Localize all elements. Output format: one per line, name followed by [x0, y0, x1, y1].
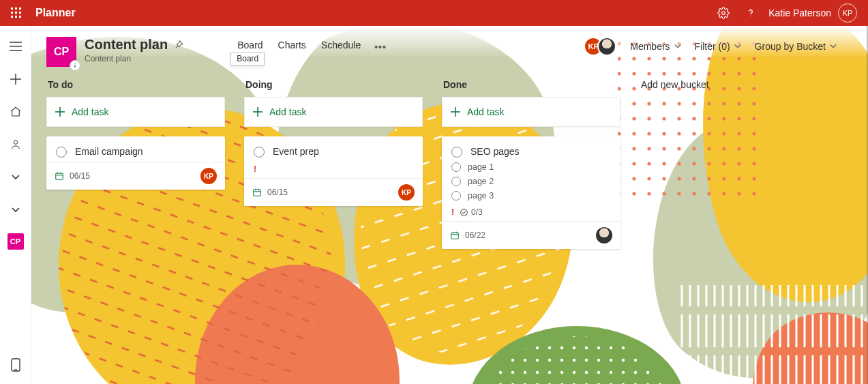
plan-tile[interactable]: CP	[46, 37, 76, 67]
checklist-progress: 0/3	[460, 207, 483, 217]
hub-icon[interactable]	[0, 102, 31, 121]
svg-rect-0	[11, 8, 13, 10]
members-label: Members	[630, 41, 670, 52]
due-date: 06/15	[70, 171, 90, 181]
svg-rect-48	[451, 233, 459, 239]
svg-rect-5	[19, 12, 21, 14]
checklist-item[interactable]: page 3	[451, 190, 611, 201]
tab-charts[interactable]: Charts	[277, 40, 308, 55]
chevron-down-icon	[674, 43, 681, 50]
user-avatar: KP	[838, 3, 857, 23]
my-tasks-icon[interactable]	[0, 135, 31, 154]
add-task-button[interactable]: Add task	[244, 97, 423, 127]
user-menu[interactable]: Katie Paterson KP	[764, 3, 861, 23]
app-name[interactable]: Planner	[35, 7, 76, 19]
plan-subtitle: Content plan	[85, 54, 184, 63]
add-task-button[interactable]: Add task	[442, 97, 620, 127]
svg-rect-2	[19, 8, 21, 10]
bucket-doing: Doing Add task Event prep !	[244, 75, 423, 206]
svg-point-9	[722, 12, 725, 15]
chevron-down-icon	[830, 43, 837, 50]
mobile-icon[interactable]	[0, 355, 31, 374]
task-footer: 06/15 KP	[46, 162, 225, 190]
filter-dropdown[interactable]: Filter (0)	[695, 41, 741, 52]
svg-point-16	[14, 141, 17, 144]
board: To do Add task Email campaign	[31, 70, 868, 384]
checklist-toggle[interactable]	[451, 191, 461, 201]
priority-flag: !	[254, 164, 413, 174]
svg-rect-35	[56, 173, 63, 179]
svg-rect-6	[11, 16, 13, 18]
task-footer: 06/15 KP	[244, 178, 423, 206]
plan-title: Content plan	[85, 37, 168, 53]
checklist: page 1 page 2 page 3	[451, 162, 611, 201]
assignee-avatar[interactable]: KP	[398, 184, 415, 201]
task-footer: 06/22	[442, 221, 620, 249]
checklist-toggle[interactable]	[451, 177, 461, 186]
svg-point-10	[751, 16, 751, 16]
chevron-down-icon	[734, 43, 741, 50]
plus-icon	[55, 107, 65, 117]
filter-label: Filter (0)	[695, 41, 730, 52]
tab-tooltip: Board	[230, 52, 265, 65]
plan-tile-nav[interactable]: CP	[8, 233, 24, 250]
svg-rect-17	[12, 359, 20, 371]
priority-flag: ! 0/3	[451, 207, 611, 217]
task-card[interactable]: SEO pages page 1 page 2 page 3 ! 0/3	[442, 136, 620, 249]
more-views-icon[interactable]: •••	[374, 42, 387, 53]
due-date: 06/22	[465, 231, 485, 240]
due-date: 06/15	[267, 188, 288, 197]
bucket-title[interactable]: To do	[48, 79, 224, 90]
user-name: Katie Paterson	[768, 8, 831, 18]
expand-section-2-icon[interactable]	[0, 201, 31, 220]
task-title: SEO pages	[470, 146, 520, 157]
bucket-todo: To do Add task Email campaign	[46, 75, 225, 190]
tab-schedule[interactable]: Schedule	[320, 40, 362, 55]
svg-rect-3	[11, 12, 13, 14]
add-task-label: Add task	[467, 106, 504, 117]
plan-header: CP Content plan Content plan Board Chart…	[31, 26, 868, 70]
plus-icon	[253, 107, 263, 117]
checklist-item[interactable]: page 1	[451, 162, 611, 172]
svg-rect-4	[15, 12, 17, 14]
expand-section-1-icon[interactable]	[0, 168, 31, 187]
groupby-dropdown[interactable]: Group by Bucket	[755, 41, 837, 52]
menu-icon[interactable]	[0, 37, 31, 56]
bucket-title[interactable]: Doing	[245, 79, 421, 90]
complete-toggle[interactable]	[56, 147, 67, 158]
assignee-avatar[interactable]: KP	[200, 168, 217, 184]
calendar-icon	[55, 171, 64, 181]
svg-rect-8	[19, 16, 21, 18]
task-card[interactable]: Email campaign 06/15 KP	[46, 136, 225, 190]
members-dropdown[interactable]: Members	[630, 41, 680, 52]
plus-icon	[451, 107, 460, 117]
member-avatars[interactable]: KP	[584, 37, 616, 56]
view-bar: Board Charts Schedule ••• Board	[236, 37, 387, 55]
svg-point-47	[461, 209, 468, 216]
app-launcher-icon[interactable]	[0, 0, 33, 26]
add-task-button[interactable]: Add task	[46, 97, 225, 127]
avatar-member-2	[597, 37, 616, 56]
new-plan-icon[interactable]	[0, 70, 31, 89]
add-task-label: Add task	[269, 106, 306, 117]
bucket-title[interactable]: Done	[443, 79, 619, 90]
assignee-avatar[interactable]	[596, 227, 612, 243]
complete-toggle[interactable]	[451, 147, 462, 158]
checklist-toggle[interactable]	[451, 162, 461, 172]
calendar-icon	[450, 231, 460, 240]
task-title: Email campaign	[75, 146, 143, 157]
checklist-item[interactable]: page 2	[451, 176, 611, 186]
help-icon[interactable]	[737, 0, 764, 26]
pin-icon[interactable]	[173, 40, 184, 50]
app-bar: Planner Katie Paterson KP	[0, 0, 868, 26]
task-card[interactable]: Event prep ! 06/15 KP	[244, 136, 423, 206]
main: CP Content plan Content plan Board Chart…	[31, 26, 868, 384]
settings-icon[interactable]	[710, 0, 737, 26]
add-bucket-label[interactable]: Add new bucket	[641, 79, 817, 90]
svg-rect-1	[15, 8, 17, 10]
complete-toggle[interactable]	[254, 147, 265, 158]
add-bucket[interactable]: Add new bucket	[640, 75, 818, 97]
groupby-label: Group by Bucket	[755, 41, 826, 52]
add-task-label: Add task	[72, 106, 108, 117]
svg-rect-7	[15, 16, 17, 18]
